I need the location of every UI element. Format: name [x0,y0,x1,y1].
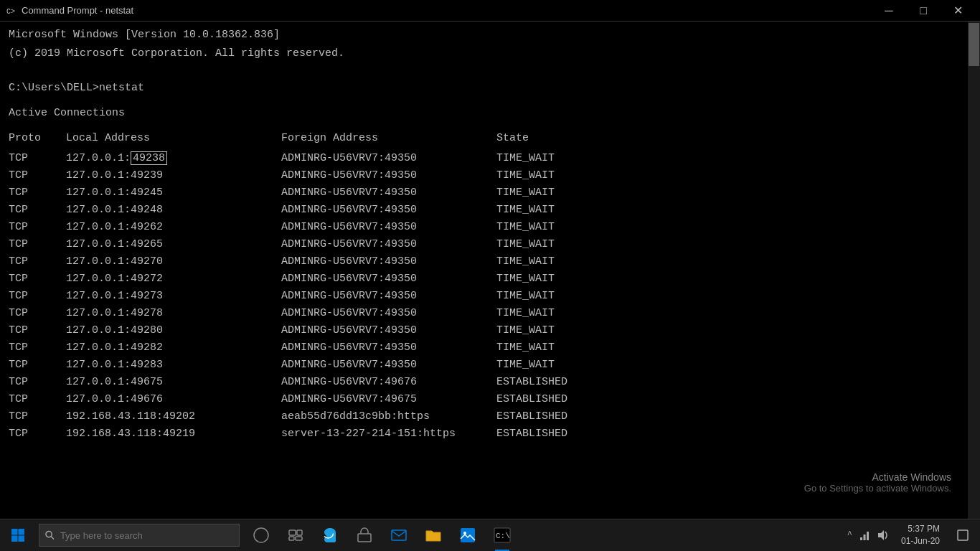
store-button[interactable] [349,519,380,552]
start-button[interactable] [0,519,36,552]
windows-logo-icon [11,529,24,542]
local-address-cell: 127.0.0.1:49273 [66,288,281,305]
photos-icon [459,527,476,544]
taskbar-search[interactable] [39,524,240,547]
foreign-address-cell: ADMINRG-U56VRV7:49350 [281,184,496,202]
connections-rows: TCP127.0.0.1:49238ADMINRG-U56VRV7:49350T… [9,150,971,443]
scrollbar[interactable] [968,22,980,540]
network-icon[interactable] [858,529,871,542]
state-cell: TIME_WAIT [496,236,555,253]
search-input[interactable] [60,530,233,541]
edge-button[interactable] [314,519,346,552]
proto-header: Proto [9,130,66,147]
maximize-button[interactable]: □ [907,0,940,22]
foreign-address-cell: ADMINRG-U56VRV7:49350 [281,236,496,253]
foreign-address-cell: ADMINRG-U56VRV7:49675 [281,391,496,408]
state-cell: TIME_WAIT [496,253,555,270]
photos-button[interactable] [452,519,484,552]
table-row: TCP127.0.0.1:49278ADMINRG-U56VRV7:49350T… [9,305,971,322]
foreign-header: Foreign Address [281,130,496,147]
mail-button[interactable] [383,519,415,552]
table-row: TCP127.0.0.1:49270ADMINRG-U56VRV7:49350T… [9,253,971,270]
table-row: TCP127.0.0.1:49248ADMINRG-U56VRV7:49350T… [9,202,971,219]
state-cell: TIME_WAIT [496,305,555,322]
proto-cell: TCP [9,374,66,391]
local-address-cell: 127.0.0.1:49283 [66,357,281,374]
volume-icon[interactable] [877,529,890,542]
table-row: TCP192.168.43.118:49219server-13-227-214… [9,425,971,443]
search-icon [45,530,55,540]
window-controls: ─ □ ✕ [872,0,974,22]
proto-cell: TCP [9,288,66,305]
cmd-icon: C> [6,5,17,17]
svg-rect-19 [860,537,862,540]
highlighted-port: 49238 [131,151,167,165]
local-address-cell: 127.0.0.1:49248 [66,202,281,219]
state-cell: ESTABLISHED [496,408,567,425]
svg-rect-13 [358,534,371,542]
file-explorer-button[interactable] [418,519,449,552]
svg-rect-9 [289,530,296,535]
activate-windows-title: Activate Windows [804,471,951,483]
local-address-cell: 127.0.0.1:49675 [66,374,281,391]
foreign-address-cell: ADMINRG-U56VRV7:49350 [281,305,496,322]
notification-icon [957,529,969,541]
foreign-address-cell: ADMINRG-U56VRV7:49350 [281,357,496,374]
file-explorer-icon [425,527,442,544]
table-row: TCP192.168.43.118:49202aeab55d76dd13c9bb… [9,408,971,425]
local-address-cell: 127.0.0.1:49270 [66,253,281,270]
local-header: Local Address [66,130,281,147]
svg-rect-12 [296,537,302,540]
cmd-body: Microsoft Windows [Version 10.0.18362.83… [0,22,980,448]
proto-cell: TCP [9,270,66,288]
table-header: Proto Local Address Foreign Address Stat… [9,130,971,147]
proto-cell: TCP [9,236,66,253]
local-address-cell: 127.0.0.1:49282 [66,339,281,357]
activate-windows-subtitle: Go to Settings to activate Windows. [804,483,951,494]
state-cell: ESTABLISHED [496,425,567,443]
mail-icon [390,527,407,544]
close-button[interactable]: ✕ [941,0,974,22]
proto-cell: TCP [9,184,66,202]
windows-version-line: Microsoft Windows [Version 10.0.18362.83… [9,27,971,43]
title-bar: C> Command Prompt - netstat ─ □ ✕ [0,0,980,22]
table-row: TCP127.0.0.1:49262ADMINRG-U56VRV7:49350T… [9,219,971,236]
table-row: TCP127.0.0.1:49245ADMINRG-U56VRV7:49350T… [9,184,971,202]
foreign-address-cell: ADMINRG-U56VRV7:49350 [281,322,496,339]
proto-cell: TCP [9,425,66,443]
svg-rect-23 [958,530,968,540]
proto-cell: TCP [9,322,66,339]
system-tray: ^ 5:37 PM 01-Jun-20 [847,519,980,552]
task-view-icon [288,527,303,543]
cmd-taskbar-icon: C:\ [494,527,511,544]
local-address-cell: 127.0.0.1:49676 [66,391,281,408]
cortana-button[interactable] [245,519,277,552]
state-cell: TIME_WAIT [496,184,555,202]
svg-rect-20 [863,534,865,540]
foreign-address-cell: ADMINRG-U56VRV7:49676 [281,374,496,391]
state-cell: TIME_WAIT [496,167,555,184]
state-cell: TIME_WAIT [496,288,555,305]
task-view-button[interactable] [280,519,311,552]
cmd-taskbar-button[interactable]: C:\ [486,519,518,552]
table-row: TCP127.0.0.1:49239ADMINRG-U56VRV7:49350T… [9,167,971,184]
minimize-button[interactable]: ─ [872,0,905,22]
command-prompt-line: C:\Users\DELL>netstat [9,80,971,96]
svg-point-6 [46,531,52,537]
proto-cell: TCP [9,357,66,374]
table-row: TCP127.0.0.1:49283ADMINRG-U56VRV7:49350T… [9,357,971,374]
system-clock[interactable]: 5:37 PM 01-Jun-20 [895,523,946,547]
proto-cell: TCP [9,339,66,357]
foreign-address-cell: ADMINRG-U56VRV7:49350 [281,253,496,270]
show-hidden-icons-button[interactable]: ^ [847,530,852,540]
proto-cell: TCP [9,202,66,219]
state-cell: TIME_WAIT [496,202,555,219]
svg-marker-22 [878,530,884,540]
notification-button[interactable] [951,519,974,552]
svg-rect-3 [19,529,25,535]
svg-line-7 [51,537,54,540]
foreign-address-cell: ADMINRG-U56VRV7:49350 [281,167,496,184]
taskbar-apps: C:\ [245,519,518,552]
scrollbar-thumb[interactable] [969,23,979,66]
local-address-cell: 127.0.0.1:49272 [66,270,281,288]
